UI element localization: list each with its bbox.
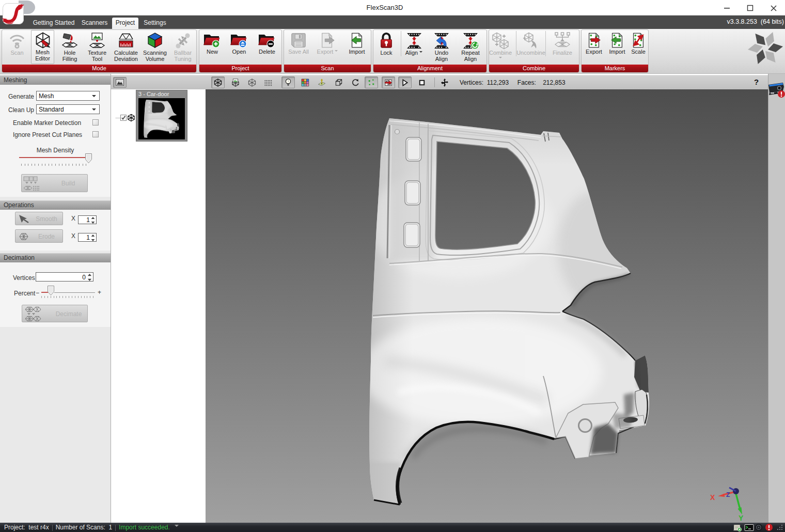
svg-text:X: X: [710, 493, 715, 502]
svg-text:Z: Z: [726, 491, 730, 498]
svg-text:Y: Y: [739, 514, 744, 522]
